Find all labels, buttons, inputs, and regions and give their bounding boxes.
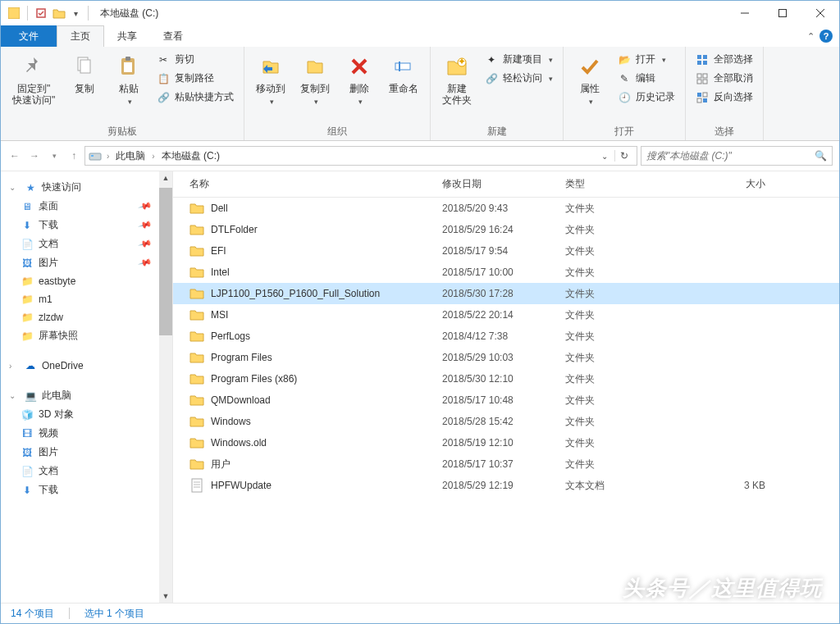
copypath-button[interactable]: 📋复制路径 (153, 71, 237, 86)
file-date: 2018/5/30 17:28 (436, 288, 559, 299)
videos-icon: 🎞 (21, 427, 34, 440)
refresh-button[interactable]: ↻ (614, 150, 633, 162)
svg-rect-7 (80, 60, 90, 73)
scroll-thumb[interactable] (159, 188, 172, 335)
tree-quickaccess[interactable]: ⌄★快速访问 (1, 178, 172, 197)
crumb-thispc[interactable]: 此电脑 (114, 149, 147, 163)
history-button[interactable]: 🕘历史记录 (614, 89, 678, 105)
status-count: 14 个项目 (11, 607, 54, 621)
collapse-ribbon-icon[interactable]: ⌃ (807, 31, 815, 42)
svg-text:✦: ✦ (458, 56, 466, 67)
moveto-button[interactable]: 移动到▾ (251, 50, 290, 109)
col-name[interactable]: 名称 (173, 177, 436, 191)
file-date: 2018/5/30 12:10 (436, 373, 559, 385)
address-dropdown[interactable]: ⌄ (596, 152, 613, 161)
selectnone-button[interactable]: 全部取消 (692, 71, 756, 86)
file-type: 文件夹 (559, 330, 673, 344)
newfolder-button[interactable]: ✦ 新建 文件夹 (437, 50, 477, 110)
paste-shortcut-button[interactable]: 🔗粘贴快捷方式 (153, 89, 237, 105)
scroll-down-icon[interactable]: ▼ (159, 590, 172, 603)
tree-downloads2[interactable]: ⬇下载 (1, 481, 172, 499)
edit-button[interactable]: ✎编辑 (614, 71, 678, 86)
open-button[interactable]: 📂打开▾ (614, 52, 678, 67)
tree-screenshots[interactable]: 📁屏幕快照 (1, 326, 172, 345)
col-type[interactable]: 类型 (559, 177, 673, 191)
col-date[interactable]: 修改日期 (436, 177, 559, 191)
close-button[interactable] (801, 1, 839, 25)
address-box[interactable]: › 此电脑 › 本地磁盘 (C:) ⌄ ↻ (84, 146, 637, 166)
table-row[interactable]: Windows2018/5/28 15:42文件夹 (173, 411, 839, 432)
scroll-up-icon[interactable]: ▲ (159, 171, 172, 184)
table-row[interactable]: Windows.old2018/5/19 12:10文件夹 (173, 432, 839, 453)
pin-to-quickaccess-button[interactable]: 固定到" 快速访问" (7, 50, 60, 110)
tree-pictures[interactable]: 🖼图片📌 (1, 253, 172, 272)
tree-desktop[interactable]: 🖥桌面📌 (1, 197, 172, 216)
tree-pictures2[interactable]: 🖼图片 (1, 443, 172, 462)
tree-zlzdw[interactable]: 📁zlzdw (1, 308, 172, 326)
table-row[interactable]: PerfLogs2018/4/12 7:38文件夹 (173, 326, 839, 347)
tree-m1[interactable]: 📁m1 (1, 290, 172, 308)
table-row[interactable]: MSI2018/5/22 20:14文件夹 (173, 304, 839, 326)
maximize-button[interactable] (764, 1, 801, 25)
tree-onedrive[interactable]: ›☁OneDrive (1, 357, 172, 375)
tree-downloads[interactable]: ⬇下载📌 (1, 216, 172, 235)
tree-eastbyte[interactable]: 📁eastbyte (1, 272, 172, 290)
tab-share[interactable]: 共享 (104, 25, 150, 47)
properties-button[interactable]: 属性▾ (570, 50, 609, 109)
table-row[interactable]: QMDownload2018/5/17 10:48文件夹 (173, 389, 839, 411)
column-headers[interactable]: 名称 修改日期 类型 大小 (173, 171, 839, 198)
copypath-icon: 📋 (157, 72, 170, 85)
tree-documents[interactable]: 📄文档📌 (1, 235, 172, 253)
newitem-button[interactable]: ✦新建项目▾ (482, 52, 556, 67)
table-row[interactable]: EFI2018/5/17 9:54文件夹 (173, 240, 839, 262)
help-button[interactable]: ? (819, 30, 833, 43)
easyaccess-button[interactable]: 🔗轻松访问▾ (482, 71, 556, 86)
table-row[interactable]: Program Files (x86)2018/5/30 12:10文件夹 (173, 368, 839, 389)
paste-button[interactable]: 粘贴 ▾ (109, 50, 148, 109)
delete-button[interactable]: 删除▾ (340, 50, 379, 109)
table-row[interactable]: HPFWUpdate2018/5/29 12:19文本文档3 KB (173, 475, 839, 496)
selectall-button[interactable]: 全部选择 (692, 52, 756, 67)
tab-view[interactable]: 查看 (150, 25, 196, 47)
tree-videos[interactable]: 🎞视频 (1, 424, 172, 443)
col-size[interactable]: 大小 (673, 177, 772, 191)
minimize-button[interactable] (726, 1, 764, 25)
qat-folder-icon[interactable] (52, 7, 66, 20)
tree-3d[interactable]: 🧊3D 对象 (1, 405, 172, 424)
folder-icon (189, 393, 204, 408)
nav-pane[interactable]: ⌄★快速访问 🖥桌面📌 ⬇下载📌 📄文档📌 🖼图片📌 📁eastbyte 📁m1… (1, 171, 173, 603)
table-row[interactable]: Dell2018/5/20 9:43文件夹 (173, 198, 839, 219)
onedrive-icon: ☁ (24, 359, 37, 372)
pin-icon: 📌 (138, 236, 153, 251)
invert-button[interactable]: 反向选择 (692, 89, 756, 105)
qat-dropdown[interactable]: ▾ (71, 9, 81, 18)
qat-properties-icon[interactable] (34, 7, 48, 20)
cut-button[interactable]: ✂剪切 (153, 52, 237, 67)
txt-icon (189, 478, 204, 493)
app-icon (7, 7, 21, 20)
tree-thispc[interactable]: ⌄💻此电脑 (1, 386, 172, 405)
rename-button[interactable]: 重命名 (384, 50, 423, 98)
file-list[interactable]: Dell2018/5/20 9:43文件夹DTLFolder2018/5/29 … (173, 198, 839, 603)
search-box[interactable]: 🔍 (641, 146, 833, 166)
table-row[interactable]: Program Files2018/5/29 10:03文件夹 (173, 347, 839, 368)
recent-dropdown[interactable]: ▾ (47, 148, 62, 163)
file-date: 2018/5/17 10:00 (436, 266, 559, 278)
back-button[interactable]: ← (7, 148, 22, 163)
pin-icon: 📌 (138, 217, 153, 232)
up-button[interactable]: ↑ (66, 148, 81, 163)
copy-button[interactable]: 复制 (65, 50, 104, 98)
table-row[interactable]: DTLFolder2018/5/29 16:24文件夹 (173, 219, 839, 240)
crumb-drive[interactable]: 本地磁盘 (C:) (160, 149, 221, 163)
table-row[interactable]: 用户2018/5/17 10:37文件夹 (173, 453, 839, 475)
search-input[interactable] (646, 150, 827, 162)
tab-file[interactable]: 文件 (1, 25, 57, 47)
svg-rect-10 (124, 62, 132, 72)
copyto-button[interactable]: 复制到▾ (295, 50, 335, 109)
nav-scrollbar[interactable]: ▲ ▼ (159, 171, 172, 603)
tab-home[interactable]: 主页 (57, 25, 104, 47)
table-row[interactable]: Intel2018/5/17 10:00文件夹 (173, 262, 839, 283)
tree-documents2[interactable]: 📄文档 (1, 462, 172, 481)
forward-button[interactable]: → (27, 148, 42, 163)
table-row[interactable]: LJP1100_P1560_P1600_Full_Solution2018/5/… (173, 283, 839, 304)
